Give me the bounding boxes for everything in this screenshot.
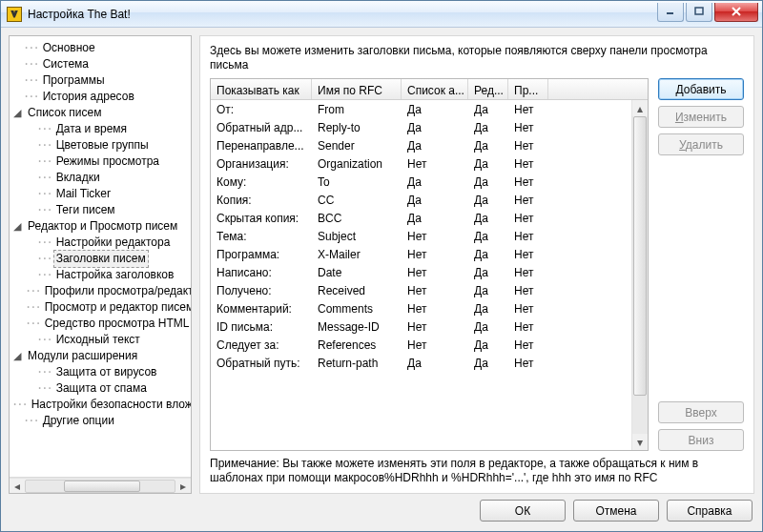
ok-button[interactable]: ОК [480, 500, 566, 522]
table-cell: Нет [508, 357, 548, 370]
move-up-button[interactable]: Вверх [658, 401, 744, 423]
table-row[interactable]: Перенаправле...SenderДаДаНет [211, 136, 631, 154]
collapse-icon[interactable]: ◢ [11, 348, 23, 364]
table-cell: Кому: [211, 175, 312, 189]
table-row[interactable]: ID письма:Message-IDНетДаНет [211, 317, 631, 336]
table-cell: ID письма: [211, 320, 312, 334]
move-down-button[interactable]: Вниз [658, 429, 744, 451]
table-row[interactable]: Обратный путь:Return-pathДаДаНет [211, 354, 631, 372]
table-cell: Да [402, 212, 468, 225]
tree-item-label: Профили просмотра/редактирования [42, 283, 191, 299]
table-cell: Да [402, 194, 468, 207]
table-row[interactable]: От:FromДаДаНет [211, 100, 631, 118]
table-row[interactable]: Комментарий:CommentsНетДаНет [211, 299, 631, 317]
collapse-icon[interactable]: ◢ [11, 105, 23, 121]
tree-item[interactable]: ···Профили просмотра/редактирования [25, 283, 189, 299]
tree-item[interactable]: ···Заголовки писем [25, 251, 189, 267]
tree-item[interactable]: ···Просмотр и редактор писем [25, 299, 189, 316]
table-cell: CC [312, 194, 402, 207]
table-cell: Нет [508, 338, 548, 352]
tree-item[interactable]: ···Другие опции [11, 413, 189, 429]
table-cell: Нет [402, 230, 468, 243]
scroll-right-icon[interactable]: ▸ [175, 479, 191, 494]
table-vscrollbar[interactable]: ▴ ▾ [631, 100, 648, 450]
column-header[interactable]: Имя по RFC [312, 79, 402, 99]
table-cell: Тема: [211, 230, 312, 243]
scroll-down-icon[interactable]: ▾ [632, 434, 648, 450]
table-row[interactable]: Кому:ToДаДаНет [211, 173, 631, 191]
table-cell: Да [402, 103, 468, 116]
add-button[interactable]: Добавить [658, 78, 744, 100]
table-row[interactable]: Следует за:ReferencesНетДаНет [211, 336, 631, 354]
tree-item-label: Исходный текст [53, 332, 143, 348]
maximize-button[interactable] [686, 3, 712, 22]
tree-item[interactable]: ···Средство просмотра HTML [25, 316, 189, 332]
table-row[interactable]: Тема:SubjectНетДаНет [211, 227, 631, 245]
table-cell: Да [468, 157, 508, 171]
vscroll-thumb[interactable] [633, 116, 647, 396]
table-row[interactable]: Получено:ReceivedНетДаНет [211, 281, 631, 299]
tree-item-label: Основное [40, 40, 98, 56]
collapse-icon[interactable]: ◢ [11, 218, 23, 235]
tree-item[interactable]: ···Дата и время [25, 121, 189, 137]
tree-item[interactable]: ···Теги писем [25, 202, 189, 218]
table-cell: Нет [508, 139, 548, 153]
tree-item[interactable]: ···Настройка заголовков [25, 267, 189, 283]
table-cell: Нет [508, 121, 548, 134]
tree-item[interactable]: ···История адресов [11, 89, 189, 105]
tree-item[interactable]: ···Исходный текст [25, 332, 189, 348]
table-cell: От: [211, 103, 312, 116]
table-header[interactable]: Показывать какИмя по RFCСписок а...Ред..… [211, 79, 648, 100]
hscroll-thumb[interactable] [64, 481, 140, 492]
table-row[interactable]: Копия:CCДаДаНет [211, 191, 631, 209]
delete-button[interactable]: Удалить [658, 133, 744, 155]
tree-item[interactable]: ···Режимы просмотра [25, 153, 189, 170]
column-header[interactable]: Ред... [468, 79, 508, 99]
tree-item[interactable]: ···Цветовые группы [25, 137, 189, 153]
titlebar[interactable]: Настройка The Bat! [1, 1, 762, 28]
nav-tree[interactable]: ···Основное···Система···Программы···Исто… [10, 36, 191, 478]
headers-table[interactable]: Показывать какИмя по RFCСписок а...Ред..… [210, 78, 649, 451]
cancel-button[interactable]: Отмена [573, 500, 659, 522]
table-row[interactable]: Организация:OrganizationНетДаНет [211, 154, 631, 173]
tree-item[interactable]: ···Защита от спама [25, 380, 189, 397]
tree-hscrollbar[interactable]: ◂ ▸ [10, 478, 191, 493]
table-cell: From [312, 103, 402, 116]
note-text: Примечание: Вы также можете изменять эти… [210, 457, 744, 485]
table-row[interactable]: Обратный адр...Reply-toДаДаНет [211, 118, 631, 136]
table-cell: Перенаправле... [211, 139, 312, 153]
scroll-up-icon[interactable]: ▴ [632, 100, 648, 116]
table-cell: Да [402, 121, 468, 134]
table-row[interactable]: Программа:X-MailerНетДаНет [211, 245, 631, 263]
tree-item[interactable]: ···Программы [11, 72, 189, 89]
table-cell: Comments [312, 302, 402, 316]
edit-button[interactable]: Изменить [658, 106, 744, 128]
scroll-left-icon[interactable]: ◂ [10, 479, 25, 494]
tree-item[interactable]: ◢Модули расширения [11, 348, 189, 364]
tree-item[interactable]: ◢Список писем [11, 105, 189, 121]
tree-item[interactable]: ···Настройки редактора [25, 235, 189, 251]
table-cell: Нет [508, 175, 548, 189]
minimize-button[interactable] [657, 3, 684, 22]
tree-item[interactable]: ···Настройки безопасности вложений [11, 397, 189, 413]
help-button[interactable]: Справка [667, 500, 753, 522]
tree-item[interactable]: ◢Редактор и Просмотр писем [11, 218, 189, 235]
table-row[interactable]: Написано:DateНетДаНет [211, 263, 631, 281]
side-buttons: Добавить Изменить Удалить Вверх Вниз [658, 78, 744, 451]
tree-item[interactable]: ···Защита от вирусов [25, 364, 189, 380]
close-button[interactable] [714, 3, 758, 22]
settings-window: Настройка The Bat! ···Основное···Система… [0, 0, 763, 532]
tree-item[interactable]: ···Mail Ticker [25, 186, 189, 202]
column-header[interactable]: Список а... [402, 79, 468, 99]
tree-item[interactable]: ···Система [11, 56, 189, 72]
tree-item[interactable]: ···Вкладки [25, 170, 189, 186]
table-row[interactable]: Скрытая копия:BCCДаДаНет [211, 209, 631, 227]
tree-item[interactable]: ···Основное [11, 40, 189, 56]
column-header[interactable]: Показывать как [211, 79, 312, 99]
tree-item-label: Цветовые группы [53, 137, 152, 153]
column-header[interactable]: Пр... [508, 79, 548, 99]
table-body[interactable]: От:FromДаДаНетОбратный адр...Reply-toДаД… [211, 100, 631, 450]
table-cell: Message-ID [312, 320, 402, 334]
tree-item-label: Список писем [25, 105, 104, 121]
table-cell: Написано: [211, 266, 312, 279]
